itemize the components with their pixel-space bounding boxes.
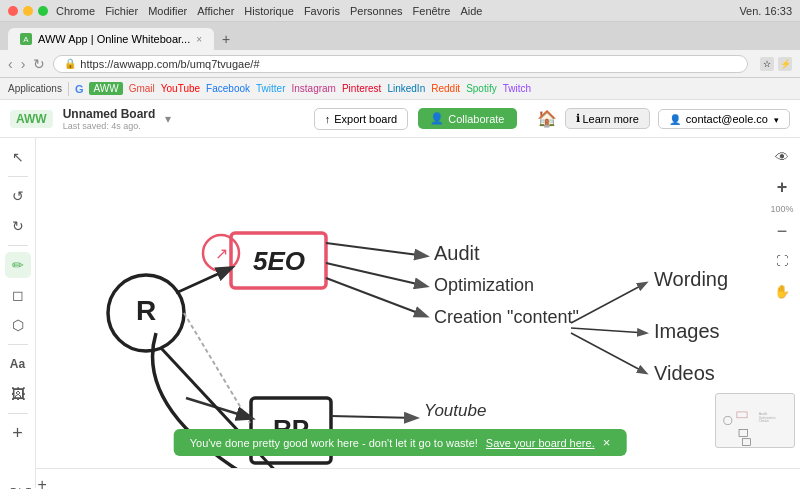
add-page-button[interactable]: + [37, 476, 46, 494]
menu-chrome[interactable]: Chrome [56, 5, 95, 17]
videos-label: Videos [654, 362, 715, 384]
optimization-label: Optimization [434, 275, 534, 295]
contact-dropdown-icon: ▾ [774, 115, 779, 125]
system-time: Ven. 16:33 [739, 5, 792, 17]
export-icon: ↑ [325, 113, 331, 125]
text-tool-button[interactable]: Aa [5, 351, 31, 377]
forward-button[interactable]: › [21, 56, 26, 72]
canvas-area[interactable]: ↖ ↺ ↻ ✏ ◻ ⬡ Aa 🖼 + 👁 + 100% − ⛶ ✋ R 5EO … [0, 138, 800, 488]
eraser-tool-button[interactable]: ◻ [5, 282, 31, 308]
shapes-tool-button[interactable]: ⬡ [5, 312, 31, 338]
info-icon: ℹ [576, 112, 580, 125]
audit-label: Audit [434, 242, 480, 264]
home-button[interactable]: 🏠 [537, 109, 557, 128]
board-name[interactable]: Unnamed Board [63, 107, 156, 121]
notification-save-link[interactable]: Save your board here. [486, 437, 595, 449]
bottom-bar: 1 / 1 + [0, 468, 800, 500]
eye-button[interactable]: 👁 [769, 144, 795, 170]
notification-bar: You've done pretty good work here - don'… [174, 429, 627, 456]
notification-message: You've done pretty good work here - don'… [190, 437, 478, 449]
svg-rect-12 [743, 439, 751, 446]
collaborate-label: Collaborate [448, 113, 504, 125]
toolbar-separator-1 [8, 176, 28, 177]
active-tab[interactable]: A AWW App | Online Whiteboar... × [8, 28, 214, 50]
minimize-window-button[interactable] [23, 6, 33, 16]
toolbar-separator-4 [8, 413, 28, 414]
bookmark-twitch[interactable]: Twitch [503, 83, 531, 94]
bookmark-g[interactable]: G [75, 83, 84, 95]
menu-historique[interactable]: Historique [244, 5, 294, 17]
back-button[interactable]: ‹ [8, 56, 13, 72]
board-saved-status: Last saved: 4s ago. [63, 121, 156, 131]
svg-point-9 [724, 416, 732, 424]
tab-close-button[interactable]: × [196, 34, 202, 45]
toolbar-separator-2 [8, 245, 28, 246]
menu-fenetre[interactable]: Fenêtre [413, 5, 451, 17]
select-tool-button[interactable]: ↖ [5, 144, 31, 170]
add-tool-button[interactable]: + [5, 420, 31, 446]
contact-button[interactable]: 👤 contact@eole.co ▾ [658, 109, 790, 129]
youtube-label: Youtube [424, 401, 486, 420]
url-text: https://awwapp.com/b/umq7tvugae/# [80, 58, 259, 70]
app-header: AWW Unnamed Board Last saved: 4s ago. ▾ … [0, 100, 800, 138]
bookmark-linkedin[interactable]: LinkedIn [387, 83, 425, 94]
os-menu-bar: Chrome Fichier Modifier Afficher Histori… [0, 0, 800, 22]
lock-icon: 🔒 [64, 58, 76, 69]
r-node-label: R [136, 295, 156, 326]
toolbar-separator-3 [8, 344, 28, 345]
wording-label: Wording [654, 268, 728, 290]
bookmark-spotify[interactable]: Spotify [466, 83, 497, 94]
menu-personnes[interactable]: Personnes [350, 5, 403, 17]
bookmark-applications[interactable]: Applications [8, 83, 62, 94]
hand-pan-button[interactable]: ✋ [769, 278, 795, 304]
maximize-window-button[interactable] [38, 6, 48, 16]
zoom-out-button[interactable]: − [769, 218, 795, 244]
contact-label: contact@eole.co [686, 113, 768, 125]
board-name-area: Unnamed Board Last saved: 4s ago. [63, 107, 156, 131]
notification-close-button[interactable]: × [603, 435, 611, 450]
fit-screen-button[interactable]: ⛶ [769, 248, 795, 274]
menu-aide[interactable]: Aide [460, 5, 482, 17]
zoom-in-button[interactable]: + [769, 174, 795, 200]
redo-button[interactable]: ↻ [5, 213, 31, 239]
user-avatar-icon: 👤 [669, 114, 681, 125]
bookmark-gmail[interactable]: Gmail [129, 83, 155, 94]
new-tab-button[interactable]: + [214, 28, 354, 50]
traffic-lights[interactable] [8, 6, 48, 16]
bookmark-pinterest[interactable]: Pinterest [342, 83, 381, 94]
undo-button[interactable]: ↺ [5, 183, 31, 209]
learn-more-button[interactable]: ℹ Learn more [565, 108, 650, 129]
tab-favicon: A [20, 33, 32, 45]
menu-modifier[interactable]: Modifier [148, 5, 187, 17]
bookmark-reddit[interactable]: Reddit [431, 83, 460, 94]
image-tool-button[interactable]: 🖼 [5, 381, 31, 407]
close-window-button[interactable] [8, 6, 18, 16]
bookmarks-bar: Applications G AWW Gmail YouTube Faceboo… [0, 78, 800, 100]
menu-fichier[interactable]: Fichier [105, 5, 138, 17]
svg-rect-11 [739, 430, 748, 437]
extension-icon[interactable]: ⚡ [778, 57, 792, 71]
bookmark-youtube[interactable]: YouTube [161, 83, 200, 94]
collab-icon: 👤 [430, 112, 444, 125]
bookmark-twitter[interactable]: Twitter [256, 83, 285, 94]
zoom-level-label: 100% [770, 204, 793, 214]
menu-favoris[interactable]: Favoris [304, 5, 340, 17]
left-toolbar: ↖ ↺ ↻ ✏ ◻ ⬡ Aa 🖼 + [0, 138, 36, 488]
url-bar: ‹ › ↻ 🔒 https://awwapp.com/b/umq7tvugae/… [0, 50, 800, 78]
seo-arrow-icon: ↗ [215, 245, 228, 262]
app-logo: AWW [10, 110, 53, 128]
url-input[interactable]: 🔒 https://awwapp.com/b/umq7tvugae/# [53, 55, 748, 73]
reload-button[interactable]: ↻ [33, 56, 45, 72]
menu-afficher[interactable]: Afficher [197, 5, 234, 17]
star-icon[interactable]: ☆ [760, 57, 774, 71]
bookmark-aww[interactable]: AWW [89, 82, 122, 95]
tab-title: AWW App | Online Whiteboar... [38, 33, 190, 45]
collaborate-button[interactable]: 👤 Collaborate [418, 108, 516, 129]
bookmark-instagram[interactable]: Instagram [291, 83, 335, 94]
pen-tool-button[interactable]: ✏ [5, 252, 31, 278]
bookmark-facebook[interactable]: Facebook [206, 83, 250, 94]
creation-label: Creation "content" [434, 307, 579, 327]
board-name-dropdown[interactable]: ▾ [165, 112, 171, 126]
learn-more-label: Learn more [583, 113, 639, 125]
export-board-button[interactable]: ↑ Export board [314, 108, 408, 130]
